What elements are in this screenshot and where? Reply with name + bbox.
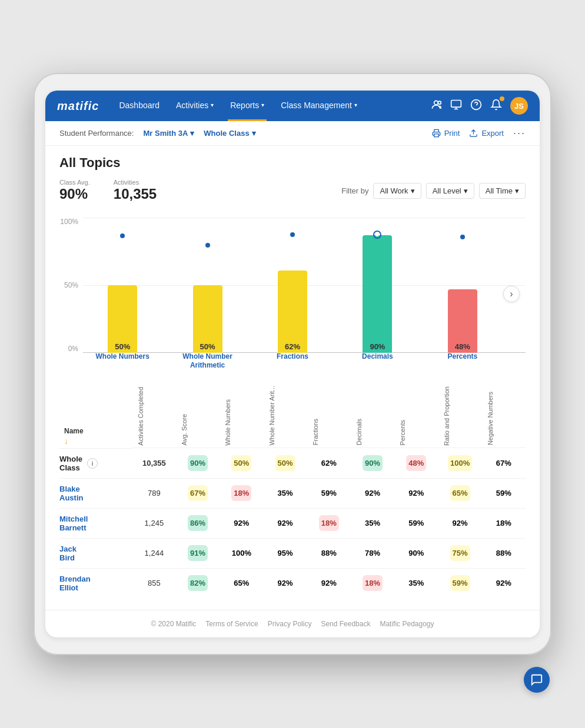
cell-percents[interactable]: 35% <box>394 568 438 598</box>
cell-fractions[interactable]: 62% <box>307 448 351 479</box>
nav-dashboard[interactable]: Dashboard <box>117 91 162 121</box>
th-activities: Activities Completed <box>132 380 176 448</box>
cell-avg-score[interactable]: 86% <box>176 508 220 538</box>
footer-privacy[interactable]: Privacy Policy <box>268 620 312 628</box>
cell-negative-numbers[interactable]: 18% <box>482 508 526 538</box>
cell-whole-numbers[interactable]: 18% <box>220 478 263 508</box>
table-row: BlakeAustin78967%18%35%59%92%92%65%59% <box>59 478 526 508</box>
chat-button[interactable] <box>524 667 550 693</box>
cell-whole-numbers[interactable]: 50% <box>220 448 263 479</box>
cell-decimals[interactable]: 35% <box>351 508 394 538</box>
cell-whole-numbers[interactable]: 65% <box>220 568 263 598</box>
cell-negative-numbers[interactable]: 67% <box>482 448 526 479</box>
cell-ratio[interactable]: 59% <box>438 568 482 598</box>
cell-whole-number-arith[interactable]: 50% <box>264 448 307 479</box>
bar-percents <box>423 218 502 353</box>
filter-all-time[interactable]: All Time ▾ <box>479 183 526 199</box>
screen-icon[interactable] <box>450 99 462 113</box>
filter-by-label: Filter by <box>341 186 368 195</box>
table-row: JackBird1,24491%100%95%88%78%90%75%88% <box>59 538 526 568</box>
cell-whole-number-arith[interactable]: 35% <box>264 478 307 508</box>
stat-activities-value: 10,355 <box>114 186 157 202</box>
cell-fractions[interactable]: 92% <box>307 568 351 598</box>
cell-percents[interactable]: 90% <box>394 538 438 568</box>
bar-decimals <box>338 218 417 353</box>
class-selector[interactable]: Mr Smith 3A ▾ <box>143 129 194 138</box>
cell-ratio[interactable]: 75% <box>438 538 482 568</box>
cell-fractions[interactable]: 18% <box>307 508 351 538</box>
user-avatar[interactable]: JS <box>510 97 528 115</box>
cell-ratio[interactable]: 92% <box>438 508 482 538</box>
chart-container: 100% 50% 0% <box>45 208 540 380</box>
cell-negative-numbers[interactable]: 59% <box>482 478 526 508</box>
class-management-caret: ▾ <box>354 102 357 108</box>
svg-point-1 <box>438 101 441 104</box>
th-name: Name ↓ <box>59 380 132 448</box>
chart-next-button[interactable]: › <box>503 286 520 302</box>
table-body: WholeClass i10,35590%50%50%62%90%48%100%… <box>59 448 526 598</box>
cell-negative-numbers[interactable]: 88% <box>482 538 526 568</box>
group-selector[interactable]: Whole Class ▾ <box>204 129 255 138</box>
cell-name[interactable]: BrendanElliot <box>59 568 132 598</box>
community-icon[interactable] <box>430 99 442 113</box>
stat-class-avg-value: 90% <box>59 186 90 202</box>
bar-label-percents: 48% Percents <box>423 340 502 370</box>
nav-class-management[interactable]: Class Management ▾ <box>278 91 360 121</box>
th-whole-number-arith: Whole Number Arit... <box>264 380 307 448</box>
footer-pedagogy[interactable]: Matific Pedagogy <box>380 620 434 628</box>
stat-class-avg-label: Class Avg. <box>59 179 90 186</box>
y-label-50: 50% <box>64 281 78 289</box>
filter-group: Filter by All Work ▾ All Level ▾ All Tim… <box>341 183 526 199</box>
cell-decimals[interactable]: 92% <box>351 478 394 508</box>
chart-y-axis: 100% 50% 0% <box>59 218 83 370</box>
cell-decimals[interactable]: 90% <box>351 448 394 479</box>
filter-all-level[interactable]: All Level ▾ <box>426 183 474 199</box>
cell-fractions[interactable]: 59% <box>307 478 351 508</box>
footer-feedback[interactable]: Send Feedback <box>321 620 370 628</box>
cell-ratio[interactable]: 100% <box>438 448 482 479</box>
nav-activities[interactable]: Activities ▾ <box>174 91 216 121</box>
cell-whole-number-arith[interactable]: 95% <box>264 538 307 568</box>
cell-decimals[interactable]: 18% <box>351 568 394 598</box>
cell-percents[interactable]: 59% <box>394 508 438 538</box>
svg-rect-2 <box>451 100 461 107</box>
cell-fractions[interactable]: 88% <box>307 538 351 568</box>
notification-icon[interactable] <box>490 99 502 113</box>
cell-activities: 10,355 <box>132 448 176 479</box>
cell-name[interactable]: BlakeAustin <box>59 478 132 508</box>
footer-terms[interactable]: Terms of Service <box>205 620 258 628</box>
bar-decimals-rect <box>363 235 392 353</box>
cell-whole-number-arith[interactable]: 92% <box>264 568 307 598</box>
th-negative-numbers: Negative Numbers <box>482 380 526 448</box>
svg-point-10 <box>205 243 210 248</box>
cell-name[interactable]: JackBird <box>59 538 132 568</box>
print-button[interactable]: Print <box>432 129 460 138</box>
name-sort-arrow[interactable]: ↓ <box>64 436 68 446</box>
export-button[interactable]: Export <box>469 129 504 138</box>
cell-percents[interactable]: 92% <box>394 478 438 508</box>
cell-whole-numbers[interactable]: 92% <box>220 508 263 538</box>
nav-reports[interactable]: Reports ▾ <box>228 91 267 121</box>
bar-whole-numbers <box>83 218 162 353</box>
info-icon[interactable]: i <box>87 458 98 469</box>
cell-avg-score[interactable]: 90% <box>176 448 220 479</box>
cell-percents[interactable]: 48% <box>394 448 438 479</box>
cell-negative-numbers[interactable]: 92% <box>482 568 526 598</box>
cell-whole-number-arith[interactable]: 92% <box>264 508 307 538</box>
cell-decimals[interactable]: 78% <box>351 538 394 568</box>
cell-whole-numbers[interactable]: 100% <box>220 538 263 568</box>
table-row: WholeClass i10,35590%50%50%62%90%48%100%… <box>59 448 526 479</box>
cell-name[interactable]: MitchellBarnett <box>59 508 132 538</box>
more-options-button[interactable]: ··· <box>513 127 526 139</box>
cell-avg-score[interactable]: 67% <box>176 478 220 508</box>
cell-ratio[interactable]: 65% <box>438 478 482 508</box>
cell-activities: 855 <box>132 568 176 598</box>
help-icon[interactable] <box>470 99 482 113</box>
cell-avg-score[interactable]: 82% <box>176 568 220 598</box>
logo-text: matific <box>57 99 99 112</box>
filter-all-work[interactable]: All Work ▾ <box>373 183 421 199</box>
cell-activities: 789 <box>132 478 176 508</box>
page-title: All Topics <box>59 155 526 171</box>
logo[interactable]: matific <box>57 99 99 113</box>
cell-avg-score[interactable]: 91% <box>176 538 220 568</box>
